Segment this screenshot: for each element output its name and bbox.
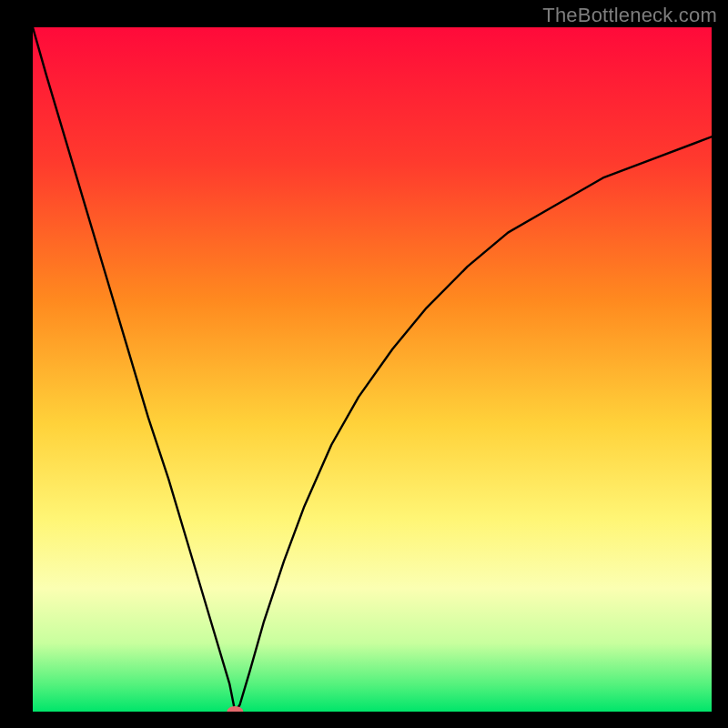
chart-frame: TheBottleneck.com [0, 0, 728, 728]
bottleneck-plot [33, 27, 712, 712]
watermark-text: TheBottleneck.com [542, 4, 717, 27]
